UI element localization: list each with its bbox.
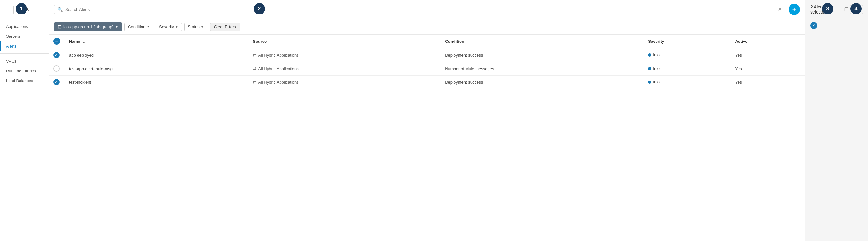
right-panel: 2 Alerts selected ❐ 🗑 <box>805 0 868 241</box>
row-active: Yes <box>735 80 742 84</box>
sidebar-item-runtime-fabrics[interactable]: Runtime Fabrics <box>0 66 49 76</box>
row-condition: Deployment success <box>445 80 483 84</box>
severity-filter-button[interactable]: Severity ▼ <box>156 23 182 31</box>
table-area: − Name ▲ Source Condition <box>49 35 805 241</box>
export-button[interactable]: ❐ <box>841 5 851 14</box>
export-icon: ❐ <box>844 7 848 12</box>
th-name[interactable]: Name ▲ <box>65 35 248 48</box>
th-severity-label: Severity <box>648 39 664 44</box>
filter-row: ⊟ lab-app-group-1 [lab-group] ▼ Conditio… <box>49 19 805 35</box>
sidebar: LAB Applications Servers Alerts VPCs Run… <box>0 0 49 241</box>
row-source: ⇄ All Hybrid Applications <box>253 53 299 58</box>
th-name-label: Name <box>69 39 80 44</box>
severity-dot-icon <box>648 67 651 70</box>
th-condition-label: Condition <box>445 39 464 44</box>
callout-2: 2 <box>254 3 265 14</box>
th-check: − <box>49 35 65 48</box>
source-icon: ⇄ <box>253 53 256 58</box>
sidebar-item-applications-label: Applications <box>6 24 28 29</box>
add-icon: + <box>793 5 797 13</box>
search-bar-row: 🔍 ✕ + <box>49 0 805 19</box>
group-filter-label: lab-app-group-1 [lab-group] <box>63 25 113 29</box>
severity-filter-label: Severity <box>159 25 174 29</box>
sidebar-item-vpcs[interactable]: VPCs <box>0 56 49 66</box>
alerts-table: − Name ▲ Source Condition <box>49 35 805 89</box>
condition-filter-label: Condition <box>128 25 145 29</box>
sidebar-item-applications[interactable]: Applications <box>0 22 49 31</box>
clear-filters-label: Clear Filters <box>214 25 236 29</box>
selected-check-icon <box>810 22 817 29</box>
table-row: test-app-alert-mule-msg ⇄ All Hybrid App… <box>49 62 805 75</box>
table-row: test-incident ⇄ All Hybrid Applications … <box>49 75 805 89</box>
status-filter-button[interactable]: Status ▼ <box>184 23 207 31</box>
row-severity-cell: Info <box>644 75 731 89</box>
callout-4: 4 <box>850 3 862 14</box>
th-severity: Severity <box>644 35 731 48</box>
row-source-cell: ⇄ All Hybrid Applications <box>248 75 441 89</box>
row-source-cell: ⇄ All Hybrid Applications <box>248 62 441 75</box>
sidebar-item-servers-label: Servers <box>6 34 20 39</box>
search-clear-icon[interactable]: ✕ <box>778 7 782 12</box>
row-check-cell <box>49 48 65 62</box>
row-source: ⇄ All Hybrid Applications <box>253 79 299 84</box>
selected-indicator <box>810 22 863 29</box>
row-severity-cell: Info <box>644 62 731 75</box>
row-name-cell: app deployed <box>65 48 248 62</box>
status-chevron-icon: ▼ <box>201 25 204 29</box>
condition-filter-button[interactable]: Condition ▼ <box>124 23 153 31</box>
group-filter-button[interactable]: ⊟ lab-app-group-1 [lab-group] ▼ <box>54 22 122 31</box>
sidebar-item-runtime-fabrics-label: Runtime Fabrics <box>6 69 36 73</box>
severity-chevron-icon: ▼ <box>175 25 178 29</box>
layers-icon: ⊟ <box>58 24 61 29</box>
row-name-cell: test-incident <box>65 75 248 89</box>
severity-dot-icon <box>648 54 651 57</box>
search-icon: 🔍 <box>57 7 63 12</box>
row-condition: Number of Mule messages <box>445 66 494 71</box>
row-name: test-incident <box>69 80 91 84</box>
row-severity: Info <box>648 66 660 71</box>
row-condition-cell: Number of Mule messages <box>441 62 644 75</box>
row-active-cell: Yes <box>731 48 805 62</box>
sidebar-item-load-balancers-label: Load Balancers <box>6 78 34 83</box>
search-input[interactable] <box>65 7 778 12</box>
row-checkbox-3[interactable] <box>53 79 60 85</box>
table-header-row: − Name ▲ Source Condition <box>49 35 805 48</box>
row-active-cell: Yes <box>731 62 805 75</box>
add-button[interactable]: + <box>788 4 800 15</box>
severity-dot-icon <box>648 80 651 84</box>
row-condition-cell: Deployment success <box>441 75 644 89</box>
th-source-label: Source <box>253 39 267 44</box>
row-checkbox-1[interactable] <box>53 52 60 58</box>
group-filter-chevron: ▼ <box>115 25 118 29</box>
row-name: test-app-alert-mule-msg <box>69 66 113 71</box>
th-active: Active <box>731 35 805 48</box>
condition-chevron-icon: ▼ <box>147 25 150 29</box>
th-condition: Condition <box>441 35 644 48</box>
main-content: 🔍 ✕ + ⊟ lab-app-group-1 [lab-group] ▼ Co… <box>49 0 805 241</box>
row-severity: Info <box>648 53 660 57</box>
callout-1: 1 <box>16 3 27 14</box>
row-source-cell: ⇄ All Hybrid Applications <box>248 48 441 62</box>
row-active: Yes <box>735 66 742 71</box>
th-source: Source <box>248 35 441 48</box>
search-container: 🔍 ✕ <box>54 5 785 14</box>
row-active: Yes <box>735 53 742 58</box>
sidebar-item-servers[interactable]: Servers <box>0 31 49 41</box>
row-condition: Deployment success <box>445 53 483 58</box>
row-severity-cell: Info <box>644 48 731 62</box>
sidebar-item-alerts[interactable]: Alerts <box>0 41 49 51</box>
source-icon: ⇄ <box>253 79 256 84</box>
row-source: ⇄ All Hybrid Applications <box>253 66 299 71</box>
status-filter-label: Status <box>188 25 199 29</box>
sidebar-item-alerts-label: Alerts <box>6 44 17 48</box>
callout-3: 3 <box>822 3 833 14</box>
row-checkbox-2[interactable] <box>53 65 60 72</box>
table-row: app deployed ⇄ All Hybrid Applications D… <box>49 48 805 62</box>
row-check-cell <box>49 62 65 75</box>
clear-filters-button[interactable]: Clear Filters <box>210 23 240 31</box>
sidebar-item-load-balancers[interactable]: Load Balancers <box>0 76 49 85</box>
th-active-label: Active <box>735 39 747 44</box>
source-icon: ⇄ <box>253 66 256 71</box>
select-all-button[interactable]: − <box>53 38 60 45</box>
sidebar-item-vpcs-label: VPCs <box>6 59 17 64</box>
